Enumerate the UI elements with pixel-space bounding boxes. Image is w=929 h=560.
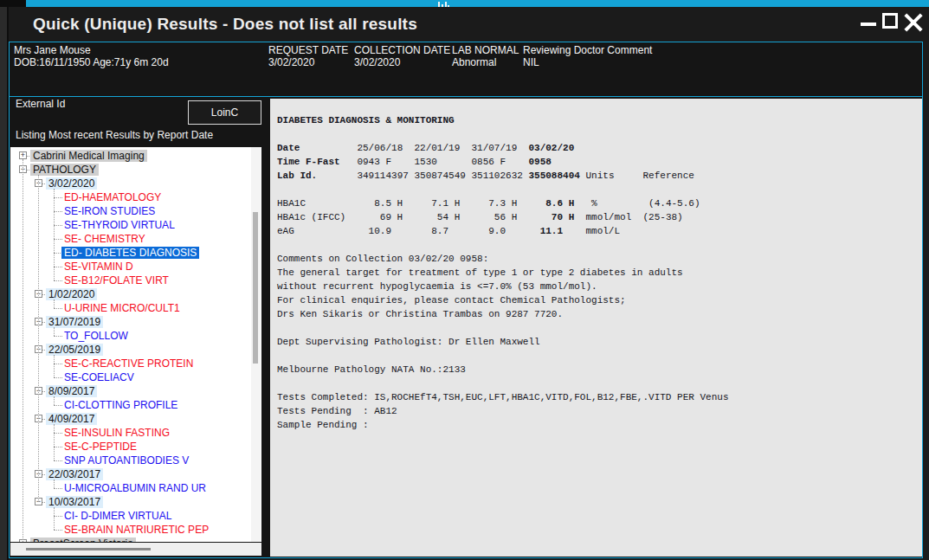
reviewing-doctor-value: NIL xyxy=(523,56,652,68)
tree-item[interactable]: 22/05/2019 xyxy=(46,344,103,356)
tree-item[interactable]: SE-C-PEPTIDE xyxy=(61,441,139,453)
report-line: The general target for treatment of type… xyxy=(277,266,729,280)
report-line: HBA1c (IFCC) 69 H 54 H 56 H 70 H mmol/mo… xyxy=(277,210,729,224)
tree-item[interactable]: SE-VITAMIN D xyxy=(61,261,136,273)
report-line: Drs Ken Sikaris or Christina Trambas on … xyxy=(277,307,729,321)
tree-item[interactable]: SE-THYROID VIRTUAL xyxy=(61,219,177,231)
tree-row: U-MICROALBUMIN RAND UR xyxy=(10,481,260,495)
tree-connector xyxy=(54,355,55,377)
collection-date-field: COLLECTION DATE 3/02/2020 xyxy=(354,44,450,68)
tree-horizontal-scrollbar-thumb[interactable] xyxy=(26,548,151,550)
lab-normal-field: LAB NORMAL Abnormal xyxy=(452,44,519,68)
tree-connector xyxy=(54,327,55,336)
loinc-button[interactable]: LoinC xyxy=(188,100,261,125)
tree-row: −31/07/2019 xyxy=(10,315,260,329)
tree-row: −10/03/2017 xyxy=(10,495,260,509)
minimize-button[interactable] xyxy=(859,10,880,35)
report-line: Dept Supervising Pathologist: Dr Ellen M… xyxy=(277,335,729,349)
tree-item[interactable]: CI- D-DIMER VIRTUAL xyxy=(61,510,174,522)
tree-vertical-scrollbar-thumb[interactable] xyxy=(253,212,258,364)
report-panel: DIABETES DIAGNOSIS & MONITORING Date 25/… xyxy=(270,99,922,557)
tree-row: SE-VITAMIN D xyxy=(10,260,260,274)
report-line: Sample Pending : xyxy=(277,418,729,432)
minimize-icon xyxy=(861,23,876,26)
tree-item[interactable]: 3/02/2020 xyxy=(46,177,97,190)
tree-item[interactable]: SNP AUTOANTIBODIES V xyxy=(61,454,191,467)
titlebar-accent-strip xyxy=(0,0,929,7)
report-line: Tests Pending : AB12 xyxy=(277,404,729,418)
report-line xyxy=(277,238,729,252)
maximize-icon xyxy=(882,13,898,29)
request-date-field: REQUEST DATE 3/02/2020 xyxy=(268,44,348,68)
tree-row: SE-INSULIN FASTING xyxy=(10,426,260,440)
tree-item[interactable]: SE-C-REACTIVE PROTEIN xyxy=(61,357,196,370)
tree-row: SE-COELIACV xyxy=(10,370,260,384)
tree-item[interactable]: 8/09/2017 xyxy=(46,385,97,397)
patient-name: Mrs Jane Mouse xyxy=(14,44,91,56)
expand-toggle-collapsed[interactable]: + xyxy=(19,151,27,159)
tree-item[interactable]: 10/03/2017 xyxy=(46,496,103,508)
listing-mode-label: Listing Most recent Results by Report Da… xyxy=(16,129,213,141)
tree-row: −BreastScreen Victoria xyxy=(10,537,260,542)
tree-row: −22/05/2019 xyxy=(10,343,260,357)
tree-row: TO_FOLLOW xyxy=(10,329,260,343)
tree-row: −22/03/2017 xyxy=(10,467,260,481)
lab-normal-label: LAB NORMAL xyxy=(452,44,519,56)
report-line: Time F-Fast 0943 F 1530 0856 F 0958 xyxy=(277,155,729,169)
report-line xyxy=(277,349,729,363)
tree-row: ED- DIABETES DIAGNOSIS xyxy=(10,246,260,260)
tree-row: SE-C-PEPTIDE xyxy=(10,440,260,454)
report-line xyxy=(277,183,729,196)
tree-row: CI-CLOTTING PROFILE xyxy=(10,398,260,412)
tree-item[interactable]: SE-COELIACV xyxy=(61,371,137,383)
tree-item[interactable]: TO_FOLLOW xyxy=(61,330,131,342)
tree-row: −3/02/2020 xyxy=(10,177,260,190)
close-button[interactable] xyxy=(900,10,925,35)
tree-item[interactable]: 1/02/2020 xyxy=(46,288,97,300)
request-date-label: REQUEST DATE xyxy=(268,44,348,56)
tree-row: U-URINE MICRO/CULT1 xyxy=(10,301,260,315)
tree-row: SE- CHEMISTRY xyxy=(10,232,260,246)
tree-item[interactable]: 4/09/2017 xyxy=(46,413,97,425)
tree-connector xyxy=(54,507,55,530)
patient-dob-age: DOB:16/11/1950 Age:71y 6m 20d xyxy=(14,56,169,68)
tree-item-selected[interactable]: ED- DIABETES DIAGNOSIS xyxy=(61,247,199,259)
tree-item[interactable]: BreastScreen Victoria xyxy=(30,537,136,542)
tree-item[interactable]: SE-IRON STUDIES xyxy=(61,205,158,217)
tree-horizontal-scrollbar[interactable] xyxy=(10,543,261,556)
tree-item[interactable]: U-MICROALBUMIN RAND UR xyxy=(61,482,209,494)
collection-date-value: 3/02/2020 xyxy=(354,56,450,68)
report-line xyxy=(277,127,729,141)
tree-item[interactable]: PATHOLOGY xyxy=(30,164,99,176)
window-title: Quick (Unique) Results - Does not list a… xyxy=(33,15,417,34)
tree-item[interactable]: SE-BRAIN NATRIURETIC PEP xyxy=(61,524,211,536)
report-line: without recurrent hypoglycaemia is <=7.0… xyxy=(277,280,729,293)
tree-row: SNP AUTOANTIBODIES V xyxy=(10,454,260,467)
report-line: DIABETES DIAGNOSIS & MONITORING xyxy=(277,113,729,127)
request-date-value: 3/02/2020 xyxy=(268,56,348,68)
tree-connector xyxy=(23,159,24,542)
report-line: eAG 10.9 8.7 9.0 11.1 mmol/L xyxy=(277,224,729,238)
tree-item[interactable]: SE-INSULIN FASTING xyxy=(61,427,172,439)
tree-item[interactable]: SE- CHEMISTRY xyxy=(61,233,148,245)
tree-item[interactable]: SE-B12/FOLATE VIRT xyxy=(61,274,171,286)
report-line: Date 25/06/18 22/01/19 31/07/19 03/02/20 xyxy=(277,141,729,155)
maximize-button[interactable] xyxy=(880,10,900,35)
tree-connector xyxy=(54,299,55,308)
tree-item[interactable]: ED-HAEMATOLOGY xyxy=(61,191,164,203)
tree-connector xyxy=(54,396,55,405)
tree-item[interactable]: CI-CLOTTING PROFILE xyxy=(61,399,180,411)
report-line xyxy=(277,321,729,335)
report-line: Tests Completed: IS,ROCHEfT4,TSH,EUC,LFT… xyxy=(277,390,729,404)
tree-item[interactable]: 22/03/2017 xyxy=(46,468,103,480)
report-line: HBA1C 8.5 H 7.1 H 7.3 H 8.6 H % (4.4-5.6… xyxy=(277,196,729,210)
tree-item[interactable]: U-URINE MICRO/CULT1 xyxy=(61,302,183,314)
lab-normal-value: Abnormal xyxy=(452,56,519,68)
tree-connector xyxy=(38,175,40,502)
tree-item[interactable]: Cabrini Medical Imaging xyxy=(30,150,147,162)
tree-row: SE-C-REACTIVE PROTEIN xyxy=(10,357,260,370)
reviewing-doctor-field: Reviewing Doctor Comment NIL xyxy=(523,44,652,68)
tree-item[interactable]: 31/07/2019 xyxy=(46,316,103,328)
collection-date-label: COLLECTION DATE xyxy=(354,44,450,56)
tree-row: SE-B12/FOLATE VIRT xyxy=(10,274,260,287)
